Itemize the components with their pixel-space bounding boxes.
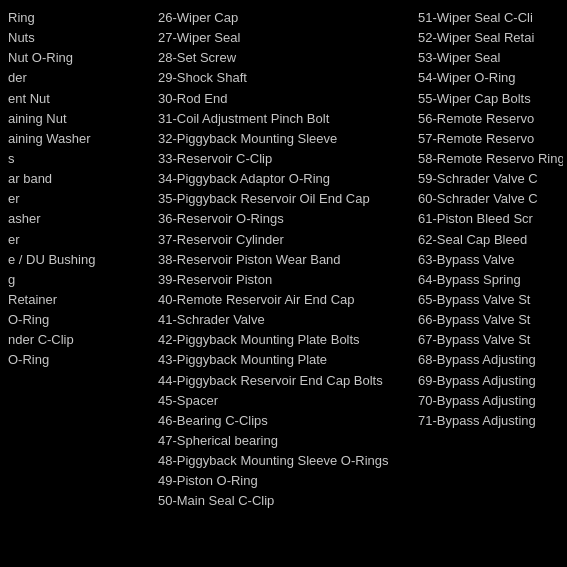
list-item: 70-Bypass Adjusting	[418, 391, 563, 411]
list-item: 34-Piggyback Adaptor O-Ring	[158, 169, 410, 189]
list-item: 64-Bypass Spring	[418, 270, 563, 290]
list-item: 37-Reservoir Cylinder	[158, 230, 410, 250]
list-item: 31-Coil Adjustment Pinch Bolt	[158, 109, 410, 129]
list-item: 49-Piston O-Ring	[158, 471, 410, 491]
list-item: 52-Wiper Seal Retai	[418, 28, 563, 48]
list-item: 36-Reservoir O-Rings	[158, 209, 410, 229]
list-item: asher	[8, 209, 150, 229]
list-item: e / DU Bushing	[8, 250, 150, 270]
list-item: 28-Set Screw	[158, 48, 410, 68]
list-item: aining Nut	[8, 109, 150, 129]
list-item: 27-Wiper Seal	[158, 28, 410, 48]
list-item: O-Ring	[8, 310, 150, 330]
list-item: 26-Wiper Cap	[158, 8, 410, 28]
list-item: 47-Spherical bearing	[158, 431, 410, 451]
column-mid: 26-Wiper Cap27-Wiper Seal28-Set Screw29-…	[154, 8, 414, 559]
column-left: RingNutsNut O-Ringderent Nutaining Nutai…	[4, 8, 154, 559]
list-item: 62-Seal Cap Bleed	[418, 230, 563, 250]
list-item: 51-Wiper Seal C-Cli	[418, 8, 563, 28]
list-item: 69-Bypass Adjusting	[418, 371, 563, 391]
list-item: 41-Schrader Valve	[158, 310, 410, 330]
list-item: 46-Bearing C-Clips	[158, 411, 410, 431]
list-item: ar band	[8, 169, 150, 189]
list-item: 68-Bypass Adjusting	[418, 350, 563, 370]
list-item: der	[8, 68, 150, 88]
list-item: g	[8, 270, 150, 290]
list-item: aining Washer	[8, 129, 150, 149]
list-item: 29-Shock Shaft	[158, 68, 410, 88]
list-item: 61-Piston Bleed Scr	[418, 209, 563, 229]
list-item: 58-Remote Reservo Ring	[418, 149, 563, 169]
list-item: 30-Rod End	[158, 89, 410, 109]
parts-list-page: RingNutsNut O-Ringderent Nutaining Nutai…	[0, 0, 567, 567]
list-item: 65-Bypass Valve St	[418, 290, 563, 310]
list-item: 60-Schrader Valve C	[418, 189, 563, 209]
list-item: 33-Reservoir C-Clip	[158, 149, 410, 169]
list-item: 50-Main Seal C-Clip	[158, 491, 410, 511]
list-item: nder C-Clip	[8, 330, 150, 350]
list-item: 56-Remote Reservo	[418, 109, 563, 129]
list-item: Retainer	[8, 290, 150, 310]
list-item: 38-Reservoir Piston Wear Band	[158, 250, 410, 270]
list-item: s	[8, 149, 150, 169]
list-item: Nut O-Ring	[8, 48, 150, 68]
list-item: 32-Piggyback Mounting Sleeve	[158, 129, 410, 149]
list-item: 44-Piggyback Reservoir End Cap Bolts	[158, 371, 410, 391]
list-item: 40-Remote Reservoir Air End Cap	[158, 290, 410, 310]
list-item: ent Nut	[8, 89, 150, 109]
list-item: 59-Schrader Valve C	[418, 169, 563, 189]
list-item: 43-Piggyback Mounting Plate	[158, 350, 410, 370]
list-item: Nuts	[8, 28, 150, 48]
list-item: 54-Wiper O-Ring	[418, 68, 563, 88]
list-item: 71-Bypass Adjusting	[418, 411, 563, 431]
list-item: 55-Wiper Cap Bolts	[418, 89, 563, 109]
list-item: 66-Bypass Valve St	[418, 310, 563, 330]
list-item: 35-Piggyback Reservoir Oil End Cap	[158, 189, 410, 209]
list-item: er	[8, 189, 150, 209]
list-item: 42-Piggyback Mounting Plate Bolts	[158, 330, 410, 350]
list-item: er	[8, 230, 150, 250]
list-item: 67-Bypass Valve St	[418, 330, 563, 350]
list-item: O-Ring	[8, 350, 150, 370]
column-right: 51-Wiper Seal C-Cli52-Wiper Seal Retai53…	[414, 8, 567, 559]
list-item: 48-Piggyback Mounting Sleeve O-Rings	[158, 451, 410, 471]
list-item: 57-Remote Reservo	[418, 129, 563, 149]
list-item: Ring	[8, 8, 150, 28]
list-item: 45-Spacer	[158, 391, 410, 411]
list-item: 63-Bypass Valve	[418, 250, 563, 270]
list-item: 39-Reservoir Piston	[158, 270, 410, 290]
list-item: 53-Wiper Seal	[418, 48, 563, 68]
